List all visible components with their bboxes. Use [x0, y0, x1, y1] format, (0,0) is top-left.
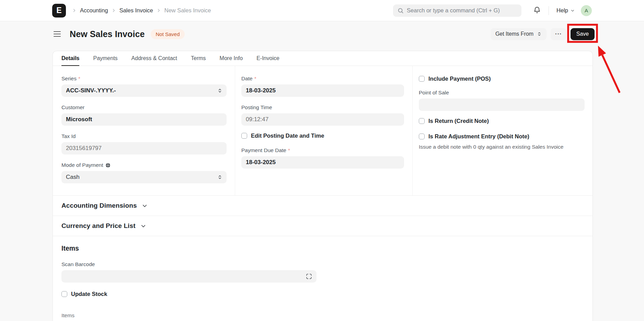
breadcrumb: Accounting Sales Invoice New Sales Invoi… [69, 7, 211, 14]
breadcrumb-item-sales-invoice[interactable]: Sales Invoice [119, 7, 153, 14]
payment-due-date-value: 18-03-2025 [246, 159, 276, 166]
scan-barcode-input[interactable] [61, 270, 317, 283]
mode-of-payment-value: Cash [66, 174, 80, 181]
chevron-right-icon [72, 8, 77, 13]
posting-time-input[interactable]: 09:12:47 [241, 113, 404, 126]
chevron-right-icon [111, 8, 116, 13]
required-marker: * [288, 147, 290, 153]
form-column-3: Include Payment (POS) Point of Sale Is R… [412, 66, 593, 195]
section-title: Currency and Price List [61, 222, 136, 230]
scan-barcode-value[interactable] [66, 273, 301, 280]
section-title: Accounting Dimensions [61, 202, 137, 209]
header-actions: Get Items From ··· Save [491, 28, 595, 40]
tax-id-input[interactable]: 20315619797 [61, 142, 227, 154]
notifications-button[interactable] [533, 7, 541, 14]
scan-barcode-field [61, 270, 317, 283]
help-label: Help [556, 7, 568, 14]
chevron-right-icon [156, 8, 161, 13]
update-stock-checkbox-label: Update Stock [71, 291, 107, 297]
tab-e-invoice[interactable]: E-Invoice [256, 51, 279, 66]
help-menu[interactable]: Help [556, 7, 575, 14]
details-section: Series* ACC-SINV-.YYYY.- Customer Micros… [53, 66, 593, 195]
status-badge: Not Saved [151, 29, 184, 39]
logo-letter: E [56, 6, 61, 15]
bell-icon [533, 7, 541, 14]
tax-id-field: Tax Id 20315619797 [61, 133, 227, 154]
annotation-arrow-head [598, 46, 606, 57]
get-items-from-button[interactable]: Get Items From [491, 28, 547, 40]
items-section: Items Scan Barcode Update Stock Items [53, 236, 593, 321]
posting-time-value: 09:12:47 [246, 116, 268, 123]
date-field: Date* 18-03-2025 [241, 76, 404, 97]
edit-posting-checkbox[interactable] [241, 133, 247, 139]
chevron-down-icon [142, 203, 148, 209]
point-of-sale-value[interactable] [423, 101, 580, 108]
navbar-divider [549, 6, 549, 15]
breadcrumb-item-current: New Sales Invoice [164, 7, 211, 14]
date-value: 18-03-2025 [246, 87, 276, 94]
mode-of-payment-label: Mode of Payment [61, 162, 227, 168]
point-of-sale-input[interactable] [419, 99, 585, 111]
global-search[interactable] [393, 4, 521, 17]
series-label: Series* [61, 76, 227, 82]
include-payment-checkbox-row: Include Payment (POS) [419, 76, 585, 82]
include-payment-checkbox[interactable] [419, 76, 425, 82]
is-return-checkbox[interactable] [419, 118, 425, 124]
mode-of-payment-select[interactable]: Cash [61, 171, 227, 183]
edit-posting-checkbox-row: Edit Posting Date and Time [241, 133, 404, 139]
required-marker: * [254, 76, 256, 82]
posting-time-field: Posting Time 09:12:47 [241, 104, 404, 126]
mode-of-payment-field: Mode of Payment Cash [61, 162, 227, 183]
is-rate-adjustment-checkbox-row: Is Rate Adjustment Entry (Debit Note) [419, 133, 585, 140]
series-select[interactable]: ACC-SINV-.YYYY.- [61, 84, 227, 97]
sidebar-toggle-icon[interactable] [54, 31, 61, 37]
tab-payments[interactable]: Payments [93, 51, 117, 66]
form-column-2: Date* 18-03-2025 Posting Time 09:12:47 E… [235, 66, 412, 195]
form-column-1: Series* ACC-SINV-.YYYY.- Customer Micros… [53, 66, 235, 195]
customer-label: Customer [61, 104, 227, 111]
chevron-down-icon [140, 223, 146, 229]
payment-due-date-input[interactable]: 18-03-2025 [241, 156, 404, 169]
breadcrumb-item-accounting[interactable]: Accounting [80, 7, 108, 14]
save-label: Save [576, 31, 589, 37]
customer-field: Customer Microsoft [61, 104, 227, 126]
payment-due-date-field: Payment Due Date* 18-03-2025 [241, 147, 404, 169]
user-avatar[interactable]: A [581, 5, 592, 16]
chevron-up-down-icon [217, 175, 222, 180]
posting-time-label: Posting Time [241, 104, 404, 111]
items-heading: Items [61, 244, 584, 252]
annotation-arrow-shaft [602, 55, 620, 93]
form-tabs: Details Payments Address & Contact Terms… [53, 51, 593, 66]
scan-icon[interactable] [306, 273, 312, 280]
save-button[interactable]: Save [571, 28, 595, 40]
section-accounting-dimensions[interactable]: Accounting Dimensions [53, 195, 593, 216]
date-input[interactable]: 18-03-2025 [241, 84, 404, 97]
payment-due-date-label: Payment Due Date* [241, 147, 404, 153]
is-rate-adjustment-checkbox[interactable] [419, 134, 425, 139]
tab-details[interactable]: Details [61, 51, 79, 66]
is-return-checkbox-row: Is Return (Credit Note) [419, 118, 585, 124]
chevron-up-down-icon [537, 32, 542, 36]
page-header: New Sales Invoice Not Saved Get Items Fr… [54, 26, 595, 42]
tab-more-info[interactable]: More Info [220, 51, 243, 66]
search-input[interactable] [407, 7, 517, 14]
chevron-up-down-icon [217, 88, 222, 93]
is-rate-adjustment-description: Issue a debit note with 0 qty against an… [419, 144, 585, 150]
series-field: Series* ACC-SINV-.YYYY.- [61, 76, 227, 97]
series-value: ACC-SINV-.YYYY.- [66, 87, 116, 94]
search-icon [398, 8, 404, 14]
edit-posting-checkbox-label: Edit Posting Date and Time [251, 133, 324, 139]
navbar: E Accounting Sales Invoice New Sales Inv… [0, 0, 644, 21]
include-payment-checkbox-label: Include Payment (POS) [428, 76, 491, 82]
scan-barcode-label: Scan Barcode [61, 261, 584, 267]
customer-input[interactable]: Microsoft [61, 113, 227, 126]
section-currency-price-list[interactable]: Currency and Price List [53, 216, 593, 236]
update-stock-checkbox[interactable] [61, 291, 67, 297]
more-options-button[interactable]: ··· [551, 28, 566, 40]
tab-address-contact[interactable]: Address & Contact [131, 51, 177, 66]
page-title: New Sales Invoice [70, 29, 145, 39]
point-of-sale-label: Point of Sale [419, 90, 585, 96]
tax-id-value: 20315619797 [66, 145, 102, 152]
app-logo[interactable]: E [52, 4, 66, 18]
tab-terms[interactable]: Terms [191, 51, 206, 66]
